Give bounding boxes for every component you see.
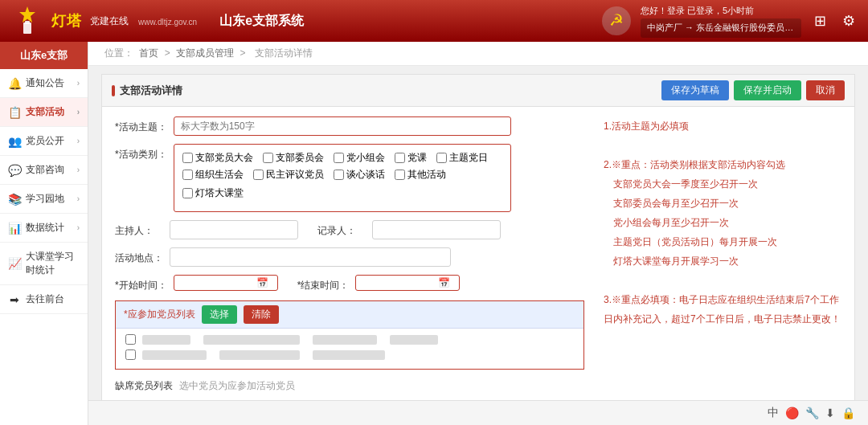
start-time-label: *开始时间：	[115, 275, 167, 292]
settings-icon[interactable]: ⚙	[839, 9, 858, 33]
sidebar-label-consult: 支部咨询	[26, 163, 64, 177]
calendar-icon-end[interactable]: 📅	[438, 277, 450, 288]
notice-icon: 🔔	[8, 77, 21, 90]
lecture-stats-icon: 📈	[8, 257, 21, 270]
sidebar-item-frontend[interactable]: ➡ 去往前台	[0, 285, 88, 314]
sidebar-item-stats[interactable]: 📊 数据统计 ›	[0, 214, 88, 243]
type-checkbox-2[interactable]	[334, 153, 344, 163]
date-row: *开始时间： 📅 *结束时间： 📅	[115, 275, 584, 292]
start-date-wrap: 📅	[174, 275, 278, 291]
absent-row: 缺席党员列表 选中党员为应参加活动党员	[115, 376, 584, 394]
start-date-input[interactable]	[181, 277, 253, 288]
type-checkbox-3[interactable]	[395, 153, 405, 163]
apps-icon[interactable]: ⊞	[811, 9, 829, 33]
type-checkboxes-row1: 支部党员大会 支部委员会 党小组会	[182, 151, 502, 182]
type-check-9[interactable]: 灯塔大课堂	[182, 186, 244, 200]
location-row: 活动地点：	[115, 247, 584, 267]
member-list-header: *应参加党员列表 选择 清除	[116, 301, 583, 329]
breadcrumb-position-label: 位置：	[104, 47, 133, 59]
note2-line-0: 支部党员大会一季度至少召开一次	[613, 174, 841, 194]
note2-line-3: 主题党日（党员活动日）每月开展一次	[613, 232, 841, 251]
bottom-icons: 中 🔴 🔧 ⬇ 🔒	[768, 406, 855, 420]
member-detail2-1	[313, 350, 385, 360]
end-date-input[interactable]	[362, 277, 435, 288]
sidebar-label-notice: 通知公告	[26, 76, 64, 90]
content-area: 支部活动详情 保存为草稿 保存并启动 取消 *活动主题：	[88, 66, 868, 400]
add-member-button[interactable]: 选择	[202, 305, 237, 324]
member-icon: 👥	[8, 135, 21, 148]
form-area: *活动主题： *活动类别： 支部党员大会	[102, 107, 597, 400]
member-detail-0	[203, 335, 300, 345]
tray-icon-0: 🔴	[785, 407, 799, 419]
sidebar-item-study[interactable]: 📚 学习园地 ›	[0, 185, 88, 214]
svg-text:☭: ☭	[609, 11, 624, 29]
type-checkbox-5[interactable]	[182, 170, 193, 180]
type-check-7[interactable]: 谈心谈话	[334, 168, 385, 182]
sidebar-label-activity: 支部活动	[26, 105, 64, 119]
type-check-2[interactable]: 党小组会	[334, 151, 385, 165]
save-draft-button[interactable]: 保存为草稿	[661, 80, 729, 100]
member-checkbox-0[interactable]	[125, 334, 136, 345]
sidebar-item-lecture-stats[interactable]: 📈 大课堂学习时统计	[0, 243, 88, 285]
type-checkbox-6[interactable]	[253, 170, 264, 180]
sidebar-item-notice[interactable]: 🔔 通知公告 ›	[0, 69, 88, 98]
save-publish-button[interactable]: 保存并启动	[734, 80, 801, 100]
type-checkbox-4[interactable]	[436, 153, 447, 163]
type-checkbox-7[interactable]	[334, 170, 344, 180]
header-right: ☭ 您好！登录 已登录，5小时前 中岗产厂 → 东岳金融银行股份委员会-党支部管…	[602, 4, 858, 37]
type-checkbox-1[interactable]	[263, 153, 273, 163]
breadcrumb-home[interactable]: 首页	[139, 47, 158, 59]
type-check-4[interactable]: 主题党日	[436, 151, 488, 165]
user-greeting: 您好！登录 已登录，5小时前	[641, 4, 801, 18]
section-actions: 保存为草稿 保存并启动 取消	[661, 80, 845, 100]
calendar-icon-start[interactable]: 📅	[256, 277, 268, 288]
breadcrumb-sep2: >	[240, 47, 245, 59]
form-notes-wrapper: *活动主题： *活动类别： 支部党员大会	[102, 107, 854, 400]
chevron-right-icon-member: ›	[77, 137, 80, 145]
type-check-3[interactable]: 党课	[395, 151, 427, 165]
type-check-6[interactable]: 民主评议党员	[253, 168, 324, 182]
type-checkbox-9[interactable]	[182, 188, 193, 198]
notes-panel: 1.活动主题为必填项 2.※重点：活动类别根据支部活动内容勾选 支部党员大会一季…	[597, 107, 854, 400]
type-check-5[interactable]: 组织生活会	[182, 168, 244, 182]
host-input[interactable]	[170, 220, 298, 239]
member-detail-1	[219, 350, 300, 360]
logo-website: www.dltjz.gov.cn	[138, 18, 197, 27]
breadcrumb-parent[interactable]: 支部成员管理	[176, 47, 234, 59]
note1: 1.活动主题为必填项	[604, 116, 841, 136]
type-check-0[interactable]: 支部党员大会	[182, 151, 253, 165]
tray-icon-1: 🔧	[805, 407, 819, 419]
type-label: *活动类别：	[115, 144, 167, 161]
location-input[interactable]	[170, 247, 451, 267]
user-dropdown[interactable]: 中岗产厂 → 东岳金融银行股份委员会-党支部管理员▼	[641, 18, 801, 38]
sidebar-item-consult[interactable]: 💬 支部咨询 ›	[0, 156, 88, 185]
absent-label: 缺席党员列表	[115, 379, 173, 393]
type-checkbox-0[interactable]	[182, 153, 193, 163]
bottom-bar: 中 🔴 🔧 ⬇ 🔒	[88, 400, 868, 425]
breadcrumb: 位置： 首页 > 支部成员管理 > 支部活动详情	[88, 42, 868, 66]
stats-icon: 📊	[8, 222, 21, 235]
chevron-right-icon-study: ›	[77, 194, 80, 203]
type-row: *活动类别： 支部党员大会 支部委员会	[115, 144, 584, 212]
note2-line-1: 支部委员会每月至少召开一次	[613, 194, 841, 213]
member-checkbox-1[interactable]	[125, 349, 136, 360]
type-checkboxes-row2: 灯塔大课堂	[182, 186, 502, 200]
party-emblem-icon: ☭	[602, 6, 631, 35]
type-check-1[interactable]: 支部委员会	[263, 151, 324, 165]
sidebar-label-stats: 数据统计	[26, 221, 64, 235]
type-check-8[interactable]: 其他活动	[395, 168, 446, 182]
subject-label: *活动主题：	[115, 116, 167, 134]
cancel-button[interactable]: 取消	[806, 80, 845, 100]
delete-member-button[interactable]: 清除	[244, 305, 279, 324]
subject-input[interactable]	[174, 116, 511, 136]
svg-rect-2	[23, 22, 31, 34]
main-layout: 山东e支部 🔔 通知公告 › 📋 支部活动 › 👥 党员公开 › 💬 支部咨询 …	[0, 42, 868, 425]
recorder-input[interactable]	[372, 220, 501, 239]
sidebar-item-member[interactable]: 👥 党员公开 ›	[0, 127, 88, 156]
type-checkbox-8[interactable]	[395, 170, 405, 180]
sidebar: 山东e支部 🔔 通知公告 › 📋 支部活动 › 👥 党员公开 › 💬 支部咨询 …	[0, 42, 88, 425]
sidebar-item-activity[interactable]: 📋 支部活动 ›	[0, 98, 88, 127]
sidebar-label-member: 党员公开	[26, 134, 64, 148]
tray-icon-3: 🔒	[841, 407, 855, 419]
chevron-right-icon-notice: ›	[77, 79, 80, 88]
